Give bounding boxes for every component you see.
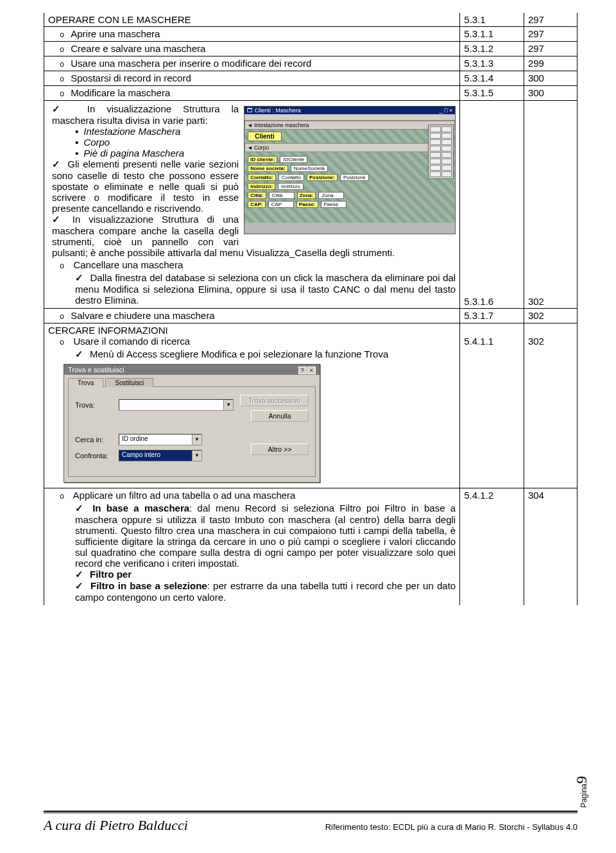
row-operare: OPERARE CON LE MASCHERE 5.3.1 297 xyxy=(44,13,578,27)
title-s3: Creare e salvare una maschera xyxy=(71,43,205,54)
row-cercare: CERCARE INFORMAZIONI Usare il comando di… xyxy=(44,323,578,488)
title-cercare: CERCARE INFORMAZIONI xyxy=(48,325,456,336)
toolbox-palette xyxy=(428,125,454,179)
page-s8: 302 xyxy=(524,309,577,323)
find-dialog-title: Trova e sostituisci xyxy=(68,366,124,374)
combo-confronta[interactable]: Campo intero▼ xyxy=(119,450,202,461)
row-filtro: Applicare un filtro ad una tabella o ad … xyxy=(44,488,578,606)
code-s4: 5.3.1.3 xyxy=(460,56,524,71)
form-body-section: Corpo xyxy=(254,144,269,151)
check-filtro-selezione: Filtro in base a selezione: per estrarre… xyxy=(75,580,456,603)
code-s8: 5.3.1.7 xyxy=(460,309,524,323)
footer-ref: Riferimento testo: ECDL più a cura di Ma… xyxy=(325,822,578,832)
find-dialog-screenshot: Trova e sostituisci ?× Trova Sostituisci… xyxy=(64,364,320,483)
code-s7: 5.3.1.6 xyxy=(464,296,493,307)
close-icon: × xyxy=(307,366,316,374)
form-header-section: Intestazione maschera xyxy=(254,122,309,128)
code-s2: 5.3.1.1 xyxy=(460,27,524,42)
help-icon: ? xyxy=(298,366,307,374)
page-s2: 297 xyxy=(524,27,577,42)
code-s3: 5.3.1.2 xyxy=(460,42,524,56)
title-s4: Usare una maschera per inserire o modifi… xyxy=(71,58,311,69)
code-s5: 5.3.1.4 xyxy=(460,71,524,86)
btn-altro[interactable]: Altro >> xyxy=(251,444,309,455)
form-clienti-label: Clienti xyxy=(248,132,282,141)
row-spostarsi: Spostarsi di record in record 5.3.1.4 30… xyxy=(44,71,578,86)
row-usare: Usare una maschera per inserire o modifi… xyxy=(44,56,578,71)
content-table: OPERARE CON LE MASCHERE 5.3.1 297 Aprire… xyxy=(44,13,578,605)
page-s3: 297 xyxy=(524,42,577,56)
page-s4: 299 xyxy=(524,56,577,71)
tab-sostituisci[interactable]: Sostituisci xyxy=(105,378,153,387)
combo-trova[interactable]: ▼ xyxy=(119,399,234,411)
title-s7: Cancellare una maschera xyxy=(73,259,183,270)
combo-cerca-in[interactable]: ID ordine▼ xyxy=(119,434,202,445)
row-modificare: Modificare la maschera 5.3.1.5 300 xyxy=(44,86,578,101)
check-dalla-finestra: Dalla finestra del database si seleziona… xyxy=(75,272,456,306)
label-cerca-in: Cerca in: xyxy=(75,436,114,444)
row-struttura-block: 🗔 Clienti : Maschera_ □ × ◄ Intestazione… xyxy=(44,101,578,309)
title-s5: Spostarsi di record in record xyxy=(71,73,191,83)
page-s5: 300 xyxy=(524,71,577,86)
text-struttura-intro: In visualizzazione Struttura la maschera… xyxy=(52,103,239,126)
title-s6: Modificare la maschera xyxy=(71,87,170,98)
tab-trova[interactable]: Trova xyxy=(68,378,103,387)
check-filtro-per: Filtro per xyxy=(75,569,456,580)
form-window-title: Clienti : Maschera xyxy=(255,107,301,114)
code-s10: 5.4.1.2 xyxy=(464,490,493,501)
page-s9: 302 xyxy=(528,336,544,347)
check-in-base-maschera: In base a maschera: dal menu Record si s… xyxy=(75,503,456,569)
footer-author: A cura di Pietro Balducci xyxy=(44,817,188,834)
page-s7: 302 xyxy=(528,296,544,307)
check-menu-access: Menù di Access scegliere Modifica e poi … xyxy=(75,349,456,360)
code-s9: 5.4.1.1 xyxy=(464,336,493,347)
code-s1: 5.3.1 xyxy=(460,13,524,27)
page-s10: 304 xyxy=(528,490,544,501)
title-operare: OPERARE CON LE MASCHERE xyxy=(48,14,191,25)
form-designer-screenshot: 🗔 Clienti : Maschera_ □ × ◄ Intestazione… xyxy=(244,106,456,234)
row-salvare: Salvare e chiudere una maschera 5.3.1.7 … xyxy=(44,309,578,323)
page-s6: 300 xyxy=(524,86,577,101)
page-number-side: Pagina9 xyxy=(573,776,590,807)
title-s2: Aprire una maschera xyxy=(71,28,160,39)
title-s9: Usare il comando di ricerca xyxy=(73,336,190,347)
label-confronta: Confronta: xyxy=(75,452,114,460)
label-trova: Trova: xyxy=(75,401,114,409)
page-footer: A cura di Pietro Balducci Riferimento te… xyxy=(44,811,578,834)
btn-annulla[interactable]: Annulla xyxy=(251,410,309,422)
row-aprire: Aprire una maschera 5.3.1.1 297 xyxy=(44,27,578,42)
code-s6: 5.3.1.5 xyxy=(460,86,524,101)
title-s8: Salvare e chiudere una maschera xyxy=(71,310,214,321)
btn-trova-successivo[interactable]: Trova successivo xyxy=(240,395,309,406)
row-creare: Creare e salvare una maschera 5.3.1.2 29… xyxy=(44,42,578,56)
title-s10: Applicare un filtro ad una tabella o ad … xyxy=(73,490,296,501)
page-s1: 297 xyxy=(524,13,577,27)
